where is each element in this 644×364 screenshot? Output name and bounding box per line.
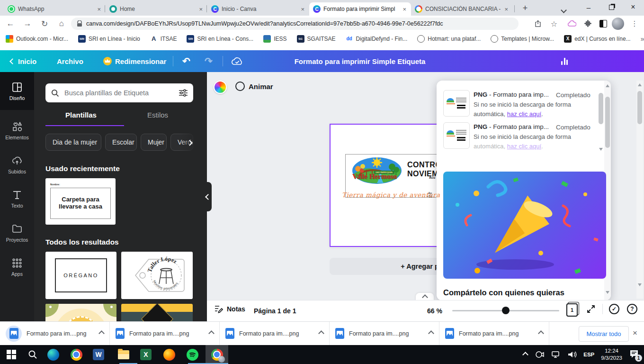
grid-view-button[interactable]: 1 bbox=[566, 303, 578, 317]
taskbar-chrome-profile-button[interactable] bbox=[206, 345, 228, 364]
window-restore-button[interactable] bbox=[600, 0, 622, 14]
show-all-downloads-button[interactable]: Mostrar todo bbox=[579, 326, 629, 342]
bookmark-edx[interactable]: X edX | Cursos en líne... bbox=[564, 35, 631, 43]
bookmark-hotmart[interactable]: Hotmart: una plataf... bbox=[417, 35, 481, 43]
bookmark-templates[interactable]: Templates | Microw... bbox=[491, 35, 554, 43]
notification-center-button[interactable]: 1 bbox=[629, 349, 639, 360]
page-indicator[interactable]: Página 1 de 1 bbox=[254, 307, 296, 315]
sidebar-item-texto[interactable]: Texto bbox=[0, 182, 34, 215]
tab-whatsapp[interactable]: WhatsApp × bbox=[4, 2, 106, 16]
bookmark-iess[interactable]: IESS bbox=[263, 35, 286, 43]
download-menu-chevron-icon[interactable] bbox=[318, 330, 324, 337]
download-link[interactable]: haz clic aquí bbox=[507, 143, 541, 150]
window-scrollbar[interactable] bbox=[636, 81, 643, 299]
template-search[interactable] bbox=[45, 83, 193, 102]
scrollbar-thumb[interactable] bbox=[637, 91, 642, 124]
profile-avatar[interactable] bbox=[612, 18, 624, 30]
chip-mujer[interactable]: Mujer bbox=[141, 134, 167, 151]
download-menu-chevron-icon[interactable] bbox=[98, 330, 105, 337]
window-minimize-button[interactable]: – bbox=[578, 0, 599, 14]
template-thumb-oregano[interactable]: ORÉGANO bbox=[45, 252, 116, 299]
bookmark-outlook[interactable]: Outlook.com - Micr... bbox=[6, 35, 68, 43]
tab-estilos[interactable]: Estilos bbox=[122, 111, 193, 119]
taskbar-excel-button[interactable]: X bbox=[135, 345, 156, 364]
close-downloads-bar-icon[interactable]: × bbox=[633, 328, 637, 338]
download-thumbnail[interactable] bbox=[443, 90, 470, 117]
address-bar[interactable]: canva.com/design/DAFBoEYhJRs/Usop9TLNwJu… bbox=[71, 18, 519, 30]
download-thumbnail[interactable] bbox=[443, 122, 470, 149]
resize-button[interactable]: Redimensionar bbox=[103, 50, 166, 72]
sidebar-item-proyectos[interactable]: Proyectos bbox=[0, 216, 34, 249]
download-item[interactable]: Formato para im....png bbox=[330, 322, 439, 345]
tab-close-icon[interactable]: × bbox=[402, 6, 407, 13]
sidebar-item-elementos[interactable]: Elementos bbox=[0, 114, 34, 147]
bookmark-itsae[interactable]: A ITSAE bbox=[150, 35, 177, 43]
taskbar-chrome-button[interactable] bbox=[66, 345, 87, 364]
home-icon[interactable]: ⌂ bbox=[55, 17, 68, 30]
bookmark-sri-inicio[interactable]: SRI SRI en Línea - Inicio bbox=[78, 35, 140, 43]
forward-icon[interactable]: → bbox=[21, 17, 34, 30]
tab-consiciacion[interactable]: CONSICIACIÓN BANCARIA - × bbox=[411, 2, 513, 16]
back-icon[interactable]: ← bbox=[4, 17, 17, 30]
panel-scrollbar-thumb[interactable] bbox=[605, 97, 610, 148]
extensions-puzzle-icon[interactable] bbox=[581, 17, 595, 30]
document-title[interactable]: Formato para imprimir Simple Etiqueta bbox=[295, 50, 426, 72]
chips-scroll-right-icon[interactable] bbox=[188, 138, 192, 147]
taskbar-word-button[interactable]: W bbox=[88, 345, 109, 364]
filter-icon[interactable] bbox=[179, 89, 188, 97]
bookmark-digitaldefynd[interactable]: dd DigitalDefynd - Fin... bbox=[346, 35, 408, 43]
download-link[interactable]: haz clic aquí bbox=[507, 110, 541, 118]
bookmark-sri-consultas[interactable]: SRI SRI en Línea - Cons... bbox=[187, 35, 253, 43]
sidebar-item-diseno[interactable]: Diseño bbox=[0, 72, 34, 110]
download-menu-chevron-icon[interactable] bbox=[538, 330, 544, 337]
new-tab-button[interactable]: + bbox=[519, 2, 531, 14]
extension-square-icon[interactable] bbox=[597, 17, 610, 30]
browser-menu-icon[interactable]: ⋮ bbox=[628, 17, 641, 30]
share-page-icon[interactable] bbox=[531, 17, 545, 30]
insights-button[interactable] bbox=[561, 50, 568, 72]
recent-template-thumb[interactable]: Nombre: Carpeta para llevarse a casa bbox=[45, 178, 116, 225]
help-button[interactable]: ? bbox=[627, 304, 637, 314]
label-tagline[interactable]: Tierra mágica y de aventura bbox=[342, 191, 440, 199]
reload-icon[interactable]: ↻ bbox=[38, 17, 51, 30]
download-item[interactable]: Formato para im....png bbox=[0, 322, 110, 345]
collapse-toolbar-button[interactable] bbox=[416, 293, 434, 300]
background-color-swatch[interactable] bbox=[214, 81, 227, 94]
tab-formato-active[interactable]: C Formato para imprimir Simpl × bbox=[309, 2, 411, 16]
panel-collapse-handle[interactable] bbox=[203, 182, 212, 211]
taskbar-edge-button[interactable] bbox=[43, 345, 63, 364]
chip-escolar[interactable]: Escolar bbox=[105, 134, 137, 151]
home-back-button[interactable]: Inicio bbox=[10, 50, 36, 72]
taskbar-search-button[interactable] bbox=[22, 345, 43, 364]
hidden-icons-chevron[interactable] bbox=[522, 352, 528, 358]
undo-button[interactable]: ↶ bbox=[182, 50, 190, 72]
tab-inicio-canva[interactable]: C Inicio - Canva × bbox=[207, 2, 309, 16]
network-icon[interactable] bbox=[551, 351, 561, 358]
tab-search-chevron-icon[interactable] bbox=[562, 6, 566, 14]
download-item[interactable]: Formato para im....png bbox=[110, 322, 220, 345]
bookmark-sgaitsae[interactable]: SG SGAITSAE bbox=[297, 35, 336, 43]
bookmark-star-icon[interactable]: ☆ bbox=[547, 17, 561, 30]
download-item[interactable]: Formato para im....png bbox=[220, 322, 330, 345]
tab-close-icon[interactable]: × bbox=[503, 6, 509, 13]
taskbar-explorer-button[interactable] bbox=[113, 345, 134, 364]
sidebar-item-subidos[interactable]: Subidos bbox=[0, 148, 34, 181]
zoom-slider-thumb[interactable] bbox=[502, 307, 510, 314]
template-thumb-taller-lopez[interactable]: Taller López Muebles artesanales bbox=[121, 252, 193, 299]
download-menu-chevron-icon[interactable] bbox=[208, 330, 215, 337]
file-menu-button[interactable]: Archivo bbox=[57, 50, 83, 72]
sidebar-item-apps[interactable]: Apps bbox=[0, 250, 34, 283]
meet-now-icon[interactable] bbox=[535, 351, 545, 358]
start-button[interactable] bbox=[1, 345, 22, 364]
keyboard-language[interactable]: ESP bbox=[583, 352, 594, 357]
chip-dia-de-la-mujer[interactable]: Dia de la mujer bbox=[45, 134, 101, 151]
tab-close-icon[interactable]: × bbox=[300, 6, 305, 13]
tab-close-icon[interactable]: × bbox=[198, 6, 204, 13]
tab-close-icon[interactable]: × bbox=[96, 6, 102, 13]
redo-button[interactable]: ↷ bbox=[205, 50, 213, 72]
clock[interactable]: 12:24 9/3/2023 bbox=[601, 347, 622, 362]
search-input[interactable] bbox=[63, 89, 175, 97]
volume-icon[interactable] bbox=[567, 351, 578, 358]
tab-home[interactable]: Home × bbox=[106, 2, 207, 16]
download-item[interactable]: Formato para im....png bbox=[439, 322, 549, 345]
